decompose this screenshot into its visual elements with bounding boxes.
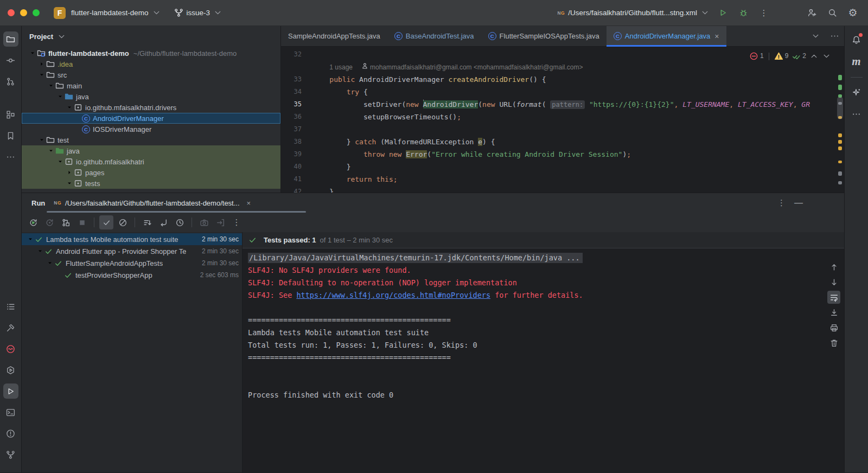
project-tree-item--idea[interactable]: .idea [22, 59, 280, 69]
project-tree-item-tests[interactable]: tests [22, 178, 280, 189]
chevron-down-icon[interactable] [47, 82, 55, 89]
editor-tab-baseandroidtest-java[interactable]: CBaseAndroidTest.java [387, 26, 481, 46]
test-tree-item-testprovidershopperapp[interactable]: testProviderShopperApp2 sec 603 ms [22, 269, 242, 281]
code-line[interactable]: 41 return this; [281, 173, 844, 186]
code-line[interactable]: 36 setupBrowserTimeouts(); [281, 111, 844, 123]
chevron-down-icon[interactable] [65, 104, 74, 111]
run-panel-options-button[interactable]: ⋮ [777, 198, 786, 208]
chevron-down-icon[interactable] [46, 260, 54, 266]
test-tree-item-fluttersampleandroidapptests[interactable]: FlutterSampleAndroidAppTests2 min 30 sec [22, 257, 242, 269]
print-button[interactable] [827, 321, 840, 334]
test-tree-item-lambda-tests-mobile-automation-test-suite[interactable]: Lambda tests Mobile automation test suit… [22, 233, 242, 245]
tool-stripe-profiler-button[interactable] [3, 341, 18, 356]
chevron-down-icon[interactable] [37, 72, 46, 78]
chevron-down-icon[interactable] [56, 158, 65, 165]
scrollbar-thumb[interactable] [837, 97, 843, 119]
chevron-down-icon[interactable] [47, 148, 55, 154]
run-configuration-widget[interactable]: NG /Users/faisalkhatri/Github/flutt...st… [557, 8, 710, 17]
tool-stripe-terminal-button[interactable] [3, 405, 18, 420]
run-button[interactable] [715, 5, 730, 21]
more-actions-button[interactable]: ⋮ [756, 5, 771, 21]
code-line[interactable]: 34 try { [281, 86, 844, 98]
project-tree-item-iosdrivermanager[interactable]: CIOSDriverManager [22, 124, 280, 135]
tool-stripe-structure-button[interactable] [3, 107, 18, 122]
project-widget[interactable]: flutter-lambdatest-demo [71, 8, 161, 17]
debug-button[interactable] [736, 5, 751, 21]
console-link[interactable]: https://www.slf4j.org/codes.html#noProvi… [296, 291, 490, 299]
tool-stripe-ai-assistant-button[interactable] [848, 84, 865, 100]
project-tree-item-main[interactable]: main [22, 80, 280, 91]
code-line[interactable]: 40 } [281, 161, 844, 173]
editor-scrollbar[interactable] [837, 47, 844, 193]
code-line[interactable]: 42 } [281, 186, 844, 193]
code-line[interactable]: 33 public AndroidDriverManager createAnd… [281, 73, 844, 86]
close-icon[interactable]: × [714, 32, 719, 41]
chevron-down-icon[interactable] [65, 180, 74, 187]
chevron-down-icon[interactable] [36, 248, 44, 254]
navigate-button[interactable] [156, 215, 170, 229]
rerun-button[interactable] [26, 215, 40, 229]
project-tree-item-flutter-lambdatest-demo[interactable]: flutter-lambdatest-demo~/Github/flutter-… [22, 48, 280, 59]
chevron-right-icon[interactable] [37, 61, 46, 67]
more-v-button[interactable]: ⋮ [229, 215, 244, 229]
code-line[interactable]: 1 usage mohammadfaisalkhatri@gmail.com <… [281, 61, 844, 73]
editor-tab-sampleandroidapptests-java[interactable]: SampleAndroidAppTests.java [281, 26, 387, 46]
scroll-up-button[interactable] [827, 260, 840, 273]
tool-stripe-pull-requests-button[interactable] [3, 74, 18, 89]
code-editor[interactable]: 32 1 usage mohammadfaisalkhatri@gmail.co… [281, 47, 844, 193]
tool-stripe-run-button[interactable] [3, 383, 18, 399]
hidden-tabs-button[interactable] [806, 26, 825, 46]
project-tree-item-java[interactable]: java [22, 145, 280, 156]
tool-stripe-notifications-button[interactable] [848, 31, 865, 48]
project-tree-item-androiddrivermanager[interactable]: CAndroidDriverManager [22, 113, 280, 124]
code-with-me-button[interactable] [804, 5, 819, 21]
warning-indicator[interactable]: 9 [774, 50, 789, 62]
editor-tab-fluttersampleiosapptests-java[interactable]: CFlutterSampleIOSAppTests.java [481, 26, 607, 46]
chevron-down-icon[interactable] [57, 32, 66, 41]
previous-problem-button[interactable] [809, 52, 819, 61]
chevron-down-icon[interactable] [37, 137, 46, 143]
next-problem-button[interactable] [822, 52, 831, 61]
code-line[interactable]: 35 setDriver(new AndroidDriver(new URL(f… [281, 98, 844, 111]
project-tree-item-test[interactable]: test [22, 135, 280, 145]
hide-panel-button[interactable]: — [794, 198, 803, 208]
console-output[interactable]: /Library/Java/JavaVirtualMachines/temuri… [242, 248, 844, 472]
tool-stripe-more-button[interactable] [3, 149, 18, 164]
sort-button[interactable] [140, 215, 154, 229]
test-tree-item-android-flutter-app-provider-shopper-te[interactable]: Android Flutter app - Provider Shopper T… [22, 245, 242, 257]
project-tree-item-io-github-mfaisalkhatri[interactable]: io.github.mfaisalkhatri [22, 156, 280, 167]
project-tree-item-pages[interactable]: pages [22, 167, 280, 178]
chevron-down-icon[interactable] [28, 50, 37, 56]
inspections-widget[interactable]: 192 [749, 50, 831, 62]
tool-stripe-problems-button[interactable] [3, 426, 18, 441]
duration-button[interactable] [173, 215, 187, 229]
settings-button[interactable]: ⚙ [845, 5, 860, 21]
tool-stripe-bookmarks-button[interactable] [3, 128, 18, 143]
tool-stripe-project-folder-button[interactable] [3, 31, 18, 47]
project-tree-item-io-github-mfaisalkhatri-drivers[interactable]: io.github.mfaisalkhatri.drivers [22, 102, 280, 113]
editor-tab-androiddrivermanager-java[interactable]: CAndroidDriverManager.java× [607, 26, 726, 46]
chevron-right-icon[interactable] [65, 169, 74, 176]
tool-stripe-commit-button[interactable] [3, 53, 18, 68]
branch-widget[interactable]: issue-3 [174, 8, 223, 17]
show-ignored-button[interactable] [116, 215, 130, 229]
auto-test-button[interactable] [59, 215, 73, 229]
code-line[interactable]: 37 [281, 123, 844, 136]
scroll-down-button[interactable] [827, 276, 840, 289]
close-icon[interactable]: × [247, 199, 251, 207]
chevron-down-icon[interactable] [26, 236, 34, 242]
clear-button[interactable] [827, 336, 840, 349]
tool-stripe-services-button[interactable] [3, 362, 18, 378]
scroll-end-button[interactable] [827, 306, 840, 319]
tab-options-button[interactable] [825, 26, 844, 46]
window-close-button[interactable] [8, 9, 15, 16]
run-tab[interactable]: NG /Users/faisalkhatri/Github/flutter-la… [54, 199, 251, 207]
project-tree-item-src[interactable]: src [22, 69, 280, 80]
soft-wrap-button[interactable] [827, 291, 840, 304]
tool-stripe-maven-button[interactable]: m [848, 53, 865, 69]
ok-indicator[interactable]: 2 [792, 50, 806, 62]
tool-stripe-version-control-button[interactable] [3, 447, 18, 462]
window-zoom-button[interactable] [33, 9, 40, 16]
project-tree-item-java[interactable]: java [22, 91, 280, 102]
window-minimize-button[interactable] [20, 9, 27, 16]
